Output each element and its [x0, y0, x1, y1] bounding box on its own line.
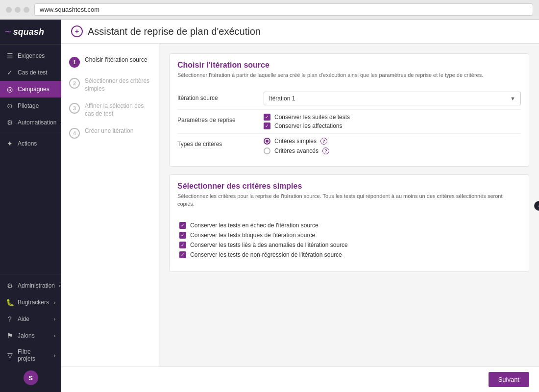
- checkbox-affectations-label: Conserver les affectations: [274, 122, 343, 129]
- section1-body: Itération source Itération 1 ▼ Paramètre…: [170, 82, 529, 166]
- criteria-label-3: Conserver les tests de non-régression de…: [190, 251, 342, 258]
- sidebar-item-exigences[interactable]: ☰ Exigences: [0, 48, 61, 64]
- step-label-2: Sélectionner des critères simples: [85, 77, 151, 93]
- help-icon-simples[interactable]: ?: [320, 138, 327, 145]
- sidebar-label-filtre: Filtre projets: [18, 348, 50, 362]
- logo-icon: ~: [5, 25, 11, 38]
- sidebar-item-jalons[interactable]: ⚑ Jalons ›: [0, 327, 61, 344]
- admin-arrow: ›: [59, 283, 60, 289]
- wizard-step-3[interactable]: 3 Affiner la sélection des cas de test: [61, 98, 159, 122]
- sidebar-item-pilotage[interactable]: ⊙ Pilotage: [0, 98, 61, 114]
- checkbox-suites[interactable]: Conserver les suites de tests: [264, 114, 521, 121]
- radio-simples-circle[interactable]: [264, 138, 270, 145]
- sidebar-bottom: ⚙ Administration › 🐛 Bugtrackers › ? Aid…: [0, 274, 61, 392]
- step-number-4: 4: [69, 128, 80, 139]
- sidebar-label-admin: Administration: [18, 282, 55, 289]
- step-label-1: Choisir l'itération source: [85, 56, 147, 64]
- checkbox-suites-box[interactable]: [264, 114, 270, 121]
- section2-desc: Sélectionnez les critères pour la repris…: [177, 193, 521, 208]
- sidebar-label-jalons: Jalons: [18, 332, 35, 339]
- criteria-item-3[interactable]: Conserver les tests de non-régression de…: [179, 250, 519, 260]
- sidebar-label-bug: Bugtrackers: [18, 299, 49, 306]
- page-header-icon: +: [71, 25, 83, 37]
- section1-desc: Sélectionner l'itération à partir de laq…: [177, 72, 521, 79]
- jalons-icon: ⚑: [6, 332, 14, 340]
- sidebar-item-automatisation[interactable]: ⚙ Automatisation ›: [0, 114, 61, 131]
- sidebar-item-filtre-projets[interactable]: ▽ Filtre projets ›: [0, 344, 61, 367]
- sidebar-item-bugtrackers[interactable]: 🐛 Bugtrackers ›: [0, 294, 61, 311]
- section1-title: Choisir l'itération source: [177, 61, 521, 70]
- actions-icon: ✦: [6, 140, 14, 147]
- form-row-iteration-source: Itération source Itération 1 ▼: [177, 88, 521, 109]
- radio-simples-label: Critères simples: [274, 138, 317, 145]
- help-icon-avances[interactable]: ?: [322, 147, 329, 154]
- campagnes-icon: ◎: [6, 85, 14, 93]
- sidebar-label-campagnes: Campagnes: [18, 86, 49, 93]
- form-row-criteres: Types de critères Critères simples ?: [177, 133, 521, 158]
- exigences-icon: ☰: [6, 52, 14, 60]
- cas-de-test-icon: ✓: [6, 69, 14, 76]
- iteration-source-label: Itération source: [177, 92, 256, 101]
- criteria-item-2[interactable]: Conserver les tests liés à des anomalies…: [179, 240, 519, 250]
- criteres-radios: Critères simples ? Critères avancés ?: [264, 138, 521, 154]
- avatar[interactable]: S: [24, 370, 38, 385]
- criteria-item-0[interactable]: Conserver les tests en échec de l'itérat…: [179, 220, 519, 230]
- step-number-1: 1: [69, 57, 80, 68]
- parametres-label: Paramètres de reprise: [177, 114, 256, 123]
- bug-arrow: ›: [54, 300, 55, 305]
- criteres-control: Critères simples ? Critères avancés ?: [264, 138, 521, 154]
- form-area: Choisir l'itération source Sélectionner …: [159, 44, 539, 367]
- sidebar-item-cas-de-test[interactable]: ✓ Cas de test: [0, 64, 61, 81]
- sidebar-item-actions[interactable]: ✦ Actions: [0, 135, 61, 152]
- criteria-checkbox-0[interactable]: [179, 222, 186, 229]
- browser-dot-close[interactable]: [6, 7, 12, 13]
- bug-icon: 🐛: [6, 298, 14, 306]
- iteration-source-control: Itération 1 ▼: [264, 92, 521, 105]
- criteria-checkbox-2[interactable]: [179, 242, 186, 248]
- sidebar-label-actions: Actions: [18, 140, 37, 147]
- wizard-step-1[interactable]: 1 Choisir l'itération source: [61, 51, 159, 73]
- filtre-arrow: ›: [54, 353, 55, 358]
- criteria-label-1: Conserver les tests bloqués de l'itérati…: [190, 232, 315, 239]
- sidebar-nav: ☰ Exigences ✓ Cas de test ◎ Campagnes ⊙ …: [0, 45, 61, 274]
- sidebar-label-automatisation: Automatisation: [18, 119, 56, 126]
- step-label-4: Créer une itération: [85, 127, 133, 135]
- sidebar-item-administration[interactable]: ⚙ Administration ›: [0, 277, 61, 294]
- form-row-parametres: Paramètres de reprise Conserver les suit…: [177, 109, 521, 133]
- filtre-icon: ▽: [6, 351, 14, 359]
- parametres-control: Conserver les suites de tests Conserver …: [264, 114, 521, 129]
- wizard-step-4[interactable]: 4 Créer une itération: [61, 122, 159, 144]
- criteres-label: Types de critères: [177, 138, 256, 147]
- browser-dot-min[interactable]: [15, 7, 21, 13]
- section2-header: Sélectionner des critères simples Sélect…: [170, 175, 529, 211]
- page-header: + Assistant de reprise de plan d'exécuti…: [61, 20, 539, 44]
- parametres-checkboxes: Conserver les suites de tests Conserver …: [264, 114, 521, 129]
- aide-arrow: ›: [54, 317, 55, 322]
- radio-avances-circle[interactable]: [264, 147, 270, 154]
- criteria-label-2: Conserver les tests liés à des anomalies…: [190, 242, 348, 248]
- select-chevron: ▼: [510, 96, 515, 101]
- logo-text: squash: [13, 27, 44, 36]
- sidebar-item-campagnes[interactable]: ◎ Campagnes: [0, 81, 61, 98]
- section-criteres-simples: Sélectionner des critères simples Sélect…: [169, 174, 529, 272]
- step-number-3: 3: [69, 103, 80, 114]
- page-title: Assistant de reprise de plan d'exécution: [88, 26, 261, 37]
- section1-header: Choisir l'itération source Sélectionner …: [170, 54, 529, 82]
- browser-dot-max[interactable]: [24, 7, 29, 13]
- sidebar-logo: ~ squash: [0, 20, 61, 45]
- radio-simples[interactable]: Critères simples ?: [264, 138, 521, 145]
- checkbox-affectations[interactable]: Conserver les affectations: [264, 122, 521, 129]
- criteria-checkbox-3[interactable]: [179, 251, 186, 258]
- sidebar-divider: [0, 133, 61, 133]
- next-button[interactable]: Suivant: [489, 372, 529, 387]
- iteration-source-select[interactable]: Itération 1 ▼: [264, 92, 521, 105]
- checkbox-affectations-box[interactable]: [264, 122, 270, 129]
- criteria-list: Conserver les tests en échec de l'itérat…: [177, 217, 521, 264]
- radio-avances[interactable]: Critères avancés ?: [264, 147, 521, 154]
- browser-url-bar[interactable]: www.squashtest.com: [34, 3, 533, 16]
- wizard-step-2[interactable]: 2 Sélectionner des critères simples: [61, 73, 159, 98]
- criteria-item-1[interactable]: Conserver les tests bloqués de l'itérati…: [179, 230, 519, 240]
- criteria-checkbox-1[interactable]: [179, 232, 186, 239]
- main-area: ‹ + Assistant de reprise de plan d'exécu…: [61, 20, 539, 392]
- sidebar-item-aide[interactable]: ? Aide ›: [0, 311, 61, 327]
